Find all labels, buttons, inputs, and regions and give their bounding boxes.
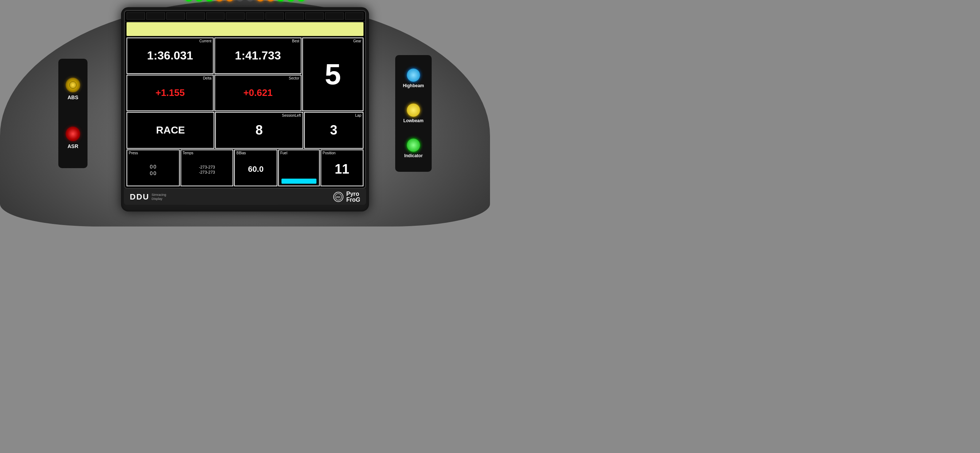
steering-wheel: ABS ASR <box>0 0 490 226</box>
current-value: 1:36.031 <box>147 49 193 62</box>
gear-label: Gear <box>353 39 361 43</box>
sector-cell: Sector +0.621 <box>215 74 302 111</box>
asr-indicator: ASR <box>65 126 80 149</box>
best-label: Best <box>292 39 299 43</box>
delta-cell: Delta +1.155 <box>127 74 214 111</box>
press-val-1: 0 <box>150 164 153 170</box>
bbias-cell: BBias 60.0 <box>234 149 277 186</box>
temps-label: Temps <box>183 151 193 155</box>
simracing-text-container: Simracing Display <box>152 193 166 201</box>
pf-svg: PF <box>334 193 342 201</box>
press-cell: Press 0 0 0 0 <box>127 149 180 186</box>
press-label: Press <box>129 151 138 155</box>
brand-line2: FroG <box>346 196 360 203</box>
shift-block-12 <box>345 13 363 20</box>
gear-cell: Gear 5 <box>302 37 363 111</box>
press-val-4: 0 <box>153 170 156 176</box>
session-left-cell: SessionLeft 8 <box>215 112 303 148</box>
gear-value: 5 <box>325 59 341 89</box>
session-left-value: 8 <box>256 123 263 138</box>
current-cell: Current 1:36.031 <box>127 37 214 74</box>
sector-label: Sector <box>289 76 299 80</box>
shift-block-4 <box>186 13 205 20</box>
fuel-label: Fuel <box>280 151 287 155</box>
asr-label: ASR <box>67 144 78 149</box>
shift-block-10 <box>305 13 324 20</box>
data-grid: Current 1:36.031 Best 1:41.733 Delta <box>125 37 365 187</box>
left-panel: ABS ASR <box>58 59 88 168</box>
current-label: Current <box>199 39 212 43</box>
abs-inner <box>69 81 76 89</box>
highbeam-dot <box>407 69 420 82</box>
temps-cell: Temps -273-273 -273-273 <box>180 149 234 186</box>
led-orange-1 <box>215 0 223 2</box>
temps-val-1: -273-273 <box>199 165 215 169</box>
ddu-logo: DDU Simracing Display <box>130 192 166 201</box>
position-label: Position <box>323 151 336 155</box>
rows-left: Current 1:36.031 Best 1:41.733 Delta <box>127 37 302 111</box>
indicator-light: Indicator <box>404 139 423 158</box>
temps-val-2: -273-273 <box>199 170 215 174</box>
ddu-unit: Current 1:36.031 Best 1:41.733 Delta <box>121 7 369 211</box>
press-val-2: 0 <box>153 164 156 170</box>
delta-label: Delta <box>203 76 212 80</box>
abs-indicator: ABS <box>65 78 80 100</box>
abs-button[interactable] <box>65 78 80 92</box>
fuel-cell: Fuel <box>278 149 320 186</box>
led-gray-2 <box>246 0 254 2</box>
led-green-1 <box>185 0 193 2</box>
shift-block-1 <box>127 13 145 20</box>
best-cell: Best 1:41.733 <box>215 37 302 74</box>
temps-values: -273-273 -273-273 <box>199 165 215 174</box>
shift-block-9 <box>285 13 304 20</box>
shift-block-8 <box>266 13 284 20</box>
bbias-label: BBias <box>236 151 246 155</box>
brand-logo: PF Pyro FroG <box>333 191 360 203</box>
press-values: 0 0 0 0 <box>150 164 156 176</box>
rows-1-2: Current 1:36.031 Best 1:41.733 Delta <box>127 37 363 111</box>
abs-label: ABS <box>67 94 78 100</box>
row-3: RACE SessionLeft 8 Lap 3 <box>127 112 363 148</box>
fuel-bar <box>282 179 317 183</box>
shift-block-6 <box>226 13 244 20</box>
fuel-container: Fuel <box>279 150 319 185</box>
led-orange-4 <box>267 0 275 2</box>
bottom-bar: DDU Simracing Display PF Pyro FroG <box>124 188 366 205</box>
lowbeam-label: Lowbeam <box>403 118 423 123</box>
bbias-value: 60.0 <box>248 164 264 174</box>
press-val-3: 0 <box>150 170 153 176</box>
ddu-text: DDU <box>130 192 150 201</box>
lap-value: 3 <box>330 123 337 138</box>
shift-block-5 <box>206 13 224 20</box>
lap-bar <box>127 22 363 36</box>
simracing-line1: Simracing <box>152 193 166 197</box>
asr-button[interactable] <box>65 126 80 141</box>
lap-label: Lap <box>355 113 361 117</box>
svg-text:PF: PF <box>336 195 340 199</box>
brand-line1: Pyro <box>346 191 360 196</box>
highbeam-label: Highbeam <box>403 83 424 88</box>
shift-block-7 <box>246 13 264 20</box>
led-orange-3 <box>256 0 264 2</box>
lap-cell: Lap 3 <box>304 112 364 148</box>
position-cell: Position 11 <box>320 149 363 186</box>
shift-block-2 <box>146 13 165 20</box>
led-green-4 <box>277 0 285 2</box>
led-green-6 <box>297 0 305 2</box>
shift-lights <box>125 11 365 21</box>
led-green-5 <box>287 0 295 2</box>
sector-value: +0.621 <box>243 87 272 99</box>
highbeam-indicator: Highbeam <box>403 69 424 88</box>
row-1: Current 1:36.031 Best 1:41.733 <box>127 37 302 74</box>
led-green-2 <box>195 0 203 2</box>
shift-block-11 <box>325 13 344 20</box>
screen: Current 1:36.031 Best 1:41.733 Delta <box>124 10 366 188</box>
indicator-dot <box>407 139 420 152</box>
led-green-3 <box>205 0 213 2</box>
led-orange-2 <box>226 0 234 2</box>
led-gray-1 <box>236 0 244 2</box>
row-2: Delta +1.155 Sector +0.621 <box>127 74 302 111</box>
shift-block-3 <box>166 13 185 20</box>
best-value: 1:41.733 <box>235 49 281 62</box>
row-4: Press 0 0 0 0 Temps -273-273 -273-273 <box>127 149 363 186</box>
